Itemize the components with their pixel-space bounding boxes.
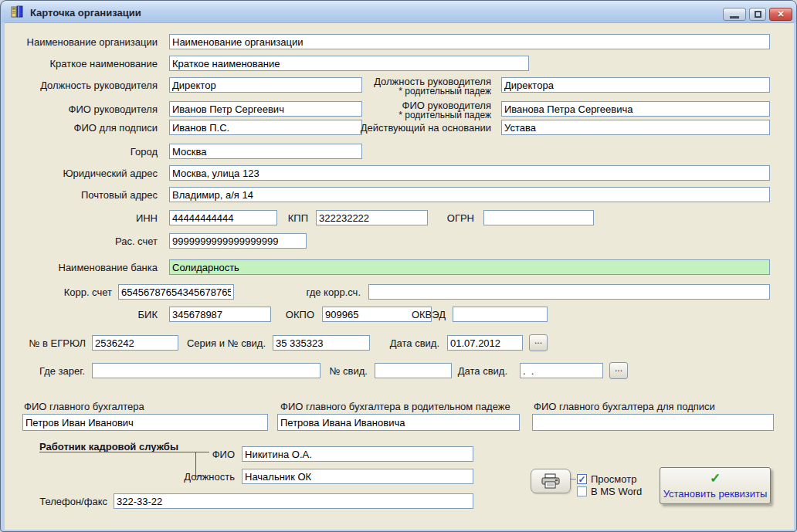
kpp-label: КПП	[288, 212, 308, 224]
corr-where-label: где корр.сч.	[307, 286, 361, 298]
msword-checkbox-label: В MS Word	[591, 486, 642, 497]
bik-input[interactable]	[169, 307, 271, 322]
org-name-label: Наименование организации	[27, 36, 158, 48]
signature-name-input[interactable]	[169, 120, 362, 135]
kpp-input[interactable]	[316, 210, 428, 225]
accountant-name-label: ФИО главного бухгалтера	[24, 401, 144, 412]
hr-position-input[interactable]	[242, 469, 473, 484]
corr-account-input[interactable]	[118, 284, 234, 300]
postal-address-input[interactable]	[169, 187, 770, 202]
title-bar: Карточка организации ✕	[2, 1, 796, 22]
corr-account-label: Корр. счет	[64, 286, 112, 298]
msword-checkbox[interactable]	[577, 486, 587, 496]
head-position-label: Должность руководителя	[40, 80, 158, 91]
minimize-icon	[730, 16, 739, 19]
postal-address-label: Почтовый адрес	[81, 189, 158, 201]
head-name-gen-sublabel: * родительный падеж	[398, 110, 491, 120]
hr-fio-input[interactable]	[242, 446, 473, 462]
accountant-signature-input[interactable]	[532, 414, 774, 431]
maximize-button[interactable]	[749, 8, 766, 21]
city-label: Город	[131, 146, 158, 158]
okved-input[interactable]	[453, 307, 548, 322]
minimize-button[interactable]	[723, 8, 746, 21]
city-input[interactable]	[169, 144, 362, 159]
acting-basis-label: Действующий на основании	[361, 122, 491, 134]
account-label: Рас. счет	[115, 236, 158, 247]
green-check-icon: ✓	[710, 472, 721, 486]
print-preview-connector	[570, 479, 576, 479]
cert-series-input[interactable]	[273, 335, 370, 351]
books-icon	[11, 5, 26, 18]
cert-date-picker-button[interactable]: ...	[529, 334, 548, 351]
organization-card-window: Карточка организации ✕ Наименование орга…	[0, 0, 797, 532]
short-name-input[interactable]	[169, 56, 529, 71]
hr-position-label: Должность	[184, 471, 235, 483]
head-name-label: ФИО руководителя	[69, 103, 158, 115]
bank-name-label: Наименование банка	[59, 262, 158, 273]
preview-checkbox-label: Просмотр	[591, 473, 636, 485]
cert-date2-picker-button[interactable]: ...	[609, 362, 628, 379]
inn-label: ИНН	[136, 212, 158, 224]
cert-number2-label: № свид.	[330, 365, 368, 377]
ogrn-label: ОГРН	[447, 212, 474, 224]
cert-date2-input[interactable]	[520, 363, 603, 378]
head-position-gen-sublabel: * родительный падеж	[398, 86, 491, 97]
close-button[interactable]: ✕	[769, 8, 792, 21]
printer-icon	[541, 473, 561, 489]
legal-address-label: Юридический адрес	[63, 168, 158, 179]
legal-address-input[interactable]	[169, 165, 770, 181]
signature-name-label: ФИО для подписи	[74, 122, 158, 134]
ogrn-input[interactable]	[483, 210, 594, 225]
egrul-number-label: № в ЕГРЮЛ	[29, 337, 86, 349]
apply-requisites-button[interactable]: ✓ Установить реквизиты	[660, 467, 771, 504]
short-name-label: Краткое наименование	[49, 58, 158, 69]
head-name-input[interactable]	[169, 101, 362, 117]
cert-date-input[interactable]	[447, 335, 523, 351]
cert-date2-label: Дата свид.	[458, 365, 507, 377]
acting-basis-input[interactable]	[501, 120, 770, 135]
hr-bracket-underline	[39, 452, 209, 452]
reg-place-input[interactable]	[92, 363, 320, 378]
accountant-name-gen-input[interactable]	[277, 414, 520, 431]
head-position-input[interactable]	[169, 77, 362, 93]
egrul-number-input[interactable]	[92, 335, 178, 351]
bank-name-input[interactable]	[169, 259, 770, 275]
window-title: Карточка организации	[30, 7, 141, 19]
bik-label: БИК	[138, 309, 158, 320]
inn-input[interactable]	[169, 210, 277, 225]
accountant-name-gen-label: ФИО главного бухгалтера в родительном па…	[280, 401, 510, 412]
cert-number2-input[interactable]	[375, 363, 452, 378]
print-button[interactable]	[531, 469, 571, 493]
checkmark-icon: ✓	[578, 475, 585, 484]
accountant-name-input[interactable]	[22, 414, 268, 431]
org-name-input[interactable]	[169, 34, 770, 49]
okved-label: ОКВЭД	[412, 309, 446, 320]
cert-date-label: Дата свид.	[390, 337, 439, 349]
maximize-icon	[755, 11, 761, 18]
reg-place-label: Где зарег.	[39, 365, 85, 377]
corr-where-input[interactable]	[368, 284, 770, 300]
cert-series-label: Серия и № свид.	[187, 337, 266, 349]
apply-requisites-label: Установить реквизиты	[663, 488, 768, 500]
phone-fax-input[interactable]	[114, 493, 473, 509]
account-input[interactable]	[169, 233, 307, 249]
preview-checkbox[interactable]: ✓	[577, 474, 587, 484]
hr-fio-label: ФИО	[212, 449, 235, 460]
close-icon: ✕	[777, 9, 784, 19]
head-position-gen-input[interactable]	[501, 77, 770, 93]
hr-section-title: Работник кадровой службы	[39, 441, 178, 452]
head-name-gen-input[interactable]	[501, 101, 770, 117]
okpo-label: ОКПО	[286, 309, 314, 320]
accountant-signature-label: ФИО главного бухгалтера для подписи	[534, 401, 715, 412]
phone-fax-label: Телефон/факс	[39, 496, 107, 507]
